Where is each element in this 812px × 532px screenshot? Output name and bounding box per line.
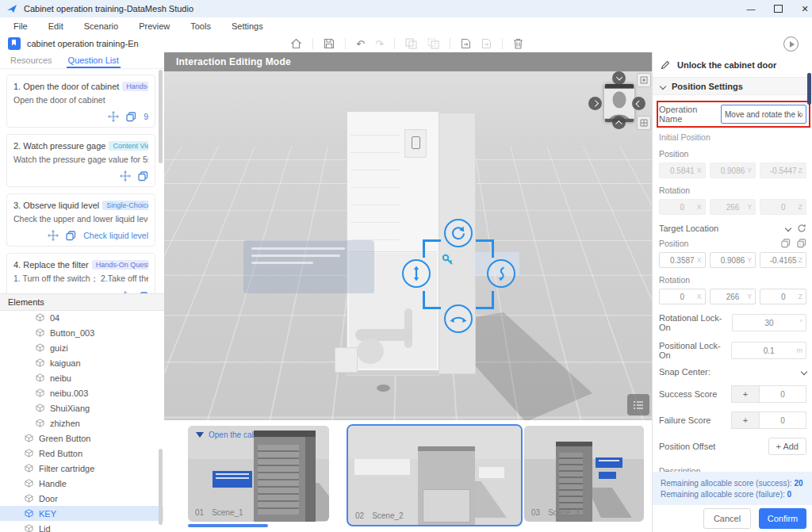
group-button[interactable] <box>405 38 417 49</box>
menu-file[interactable]: File <box>3 21 38 31</box>
element-item-shuixiang[interactable]: ShuiXiang <box>0 400 163 415</box>
check-liquid-level-link[interactable]: Check liquid level <box>83 231 148 240</box>
maximize-button[interactable] <box>764 0 791 17</box>
pencil-icon[interactable] <box>661 60 670 70</box>
gizmo-rotate-vertical-handle[interactable] <box>487 259 515 288</box>
scene-thumbnail-2-selected[interactable]: 02Scene_2 <box>347 424 523 526</box>
move-question-icon[interactable] <box>120 170 131 182</box>
element-item-zhizhen[interactable]: zhizhen <box>0 415 163 431</box>
gizmo-rotate-horizontal-handle[interactable] <box>444 304 473 333</box>
question-badge: Hands-On Question <box>122 82 148 91</box>
element-item-guizi[interactable]: guizi <box>0 340 163 355</box>
panel-scrollbar[interactable] <box>807 73 811 105</box>
element-item-door[interactable]: Door <box>0 491 163 506</box>
home-button[interactable] <box>290 38 302 49</box>
cabinet-display-panel <box>404 129 427 158</box>
move-question-icon[interactable] <box>108 111 119 122</box>
gizmo-rotate-handle[interactable] <box>444 219 473 247</box>
elements-scrollbar[interactable] <box>159 449 163 525</box>
scenes-scrollbar[interactable] <box>188 524 268 527</box>
initial-position-fields: 0.5841X 0.9086Y -0.5447Z <box>659 163 806 178</box>
position-settings-header[interactable]: Position Settings <box>653 77 812 95</box>
element-item-lid[interactable]: Lid <box>0 521 163 532</box>
cabinet-base <box>347 370 439 375</box>
grid-view-button[interactable] <box>637 116 651 130</box>
delete-button[interactable] <box>513 38 523 49</box>
scene-thumbnail-1[interactable]: Open the cabinet door 01Scene_1 <box>188 426 329 522</box>
element-item-green-button[interactable]: Green Button <box>0 431 163 446</box>
close-button[interactable]: ✕ <box>791 0 812 17</box>
move-question-icon[interactable] <box>48 230 59 241</box>
add-position-offset-button[interactable]: + Add <box>768 438 806 455</box>
scene-list-button[interactable] <box>627 394 649 415</box>
confirm-button[interactable]: Confirm <box>759 508 806 529</box>
element-item-04[interactable]: 04 <box>0 310 163 325</box>
init-pos-y-field: 0.9086Y <box>710 163 756 178</box>
element-item-key[interactable]: KEY <box>0 506 163 521</box>
success-score-plus-button[interactable]: + <box>731 385 760 403</box>
cube-icon <box>36 328 44 337</box>
sync-location-icon[interactable] <box>797 224 806 233</box>
positional-lock-field[interactable]: 0.1m <box>731 342 806 359</box>
cube-icon <box>36 388 44 397</box>
failure-score-value[interactable]: 0 <box>760 411 806 429</box>
element-item-red-button[interactable]: Red Button <box>0 446 163 461</box>
success-score-row: Success Score + 0 <box>659 385 806 403</box>
key-object[interactable] <box>442 254 454 266</box>
element-item-handle[interactable]: Handle <box>0 476 163 491</box>
undo-button[interactable]: ↶ <box>356 38 365 50</box>
success-score-value[interactable]: 0 <box>760 385 806 403</box>
save-button[interactable] <box>324 38 335 49</box>
menu-edit[interactable]: Edit <box>38 21 74 31</box>
cancel-button[interactable]: Cancel <box>703 508 751 529</box>
menu-tools[interactable]: Tools <box>180 21 221 31</box>
chevron-down-icon[interactable] <box>801 369 807 375</box>
tab-question-list[interactable]: Question List <box>68 52 119 68</box>
chevron-down-icon[interactable] <box>785 225 791 232</box>
target-pos-y-field[interactable]: 0.9086Y <box>710 252 756 268</box>
focus-view-button[interactable] <box>637 73 651 87</box>
element-item-neibu[interactable]: neibu <box>0 370 163 385</box>
scene-thumbnail-3[interactable]: 03Scene_3 <box>524 426 644 522</box>
question-card-3[interactable]: 3. Observe liquid levelSingle-Choice Que… <box>6 193 155 247</box>
menu-preview[interactable]: Preview <box>128 21 180 31</box>
element-item-button-003[interactable]: Button_003 <box>0 325 163 340</box>
questions-scrollbar[interactable] <box>159 70 163 163</box>
element-item-neibu-003[interactable]: neibu.003 <box>0 385 163 400</box>
copy-question-icon[interactable] <box>126 112 136 122</box>
target-rot-y-field[interactable]: 266Y <box>710 289 756 304</box>
target-rot-x-field[interactable]: 0X <box>659 289 706 304</box>
orbit-up-button[interactable] <box>612 116 626 129</box>
operation-name-input[interactable] <box>721 105 806 124</box>
tab-resources[interactable]: Resources <box>10 52 52 68</box>
failure-score-plus-button[interactable]: + <box>731 411 760 429</box>
import-button[interactable] <box>461 38 471 49</box>
focus-icon <box>640 76 648 84</box>
gizmo-move-vertical-handle[interactable] <box>402 259 431 288</box>
viewport-3d[interactable]: Interaction Editing Mode <box>164 52 652 420</box>
ungroup-button[interactable] <box>427 38 439 49</box>
question-card-1[interactable]: 1. Open the door of cabinetHands-On Ques… <box>6 75 155 128</box>
rotational-lock-field[interactable]: 30° <box>732 314 806 331</box>
element-item-kaiguan[interactable]: kaiguan <box>0 355 163 370</box>
orbit-right-button[interactable] <box>588 97 602 110</box>
paste-values-icon[interactable] <box>797 239 806 248</box>
element-item-filter-cartridge[interactable]: Filter cartridge <box>0 461 163 476</box>
preview-play-button[interactable] <box>783 36 799 52</box>
grid-icon <box>640 119 648 127</box>
target-pos-z-field[interactable]: -0.4165Z <box>760 252 806 268</box>
target-pos-x-field[interactable]: 0.3587X <box>659 252 706 268</box>
export-button[interactable] <box>481 38 492 49</box>
orbit-down-button[interactable] <box>612 71 626 85</box>
menu-settings[interactable]: Settings <box>221 21 274 31</box>
copy-question-icon[interactable] <box>66 231 76 241</box>
question-card-2[interactable]: 2. Watch pressure gageContent Viewing Qu… <box>6 134 155 187</box>
copy-question-icon[interactable] <box>138 171 148 182</box>
orbit-left-button[interactable] <box>632 97 645 110</box>
copy-values-icon[interactable] <box>781 239 791 248</box>
target-rot-z-field[interactable]: 0Z <box>760 289 806 304</box>
remaining-failure-value: 0 <box>787 490 792 499</box>
redo-button[interactable]: ↷ <box>375 38 384 50</box>
minimize-button[interactable]: — <box>737 0 764 17</box>
menu-scenario[interactable]: Scenario <box>74 21 128 31</box>
